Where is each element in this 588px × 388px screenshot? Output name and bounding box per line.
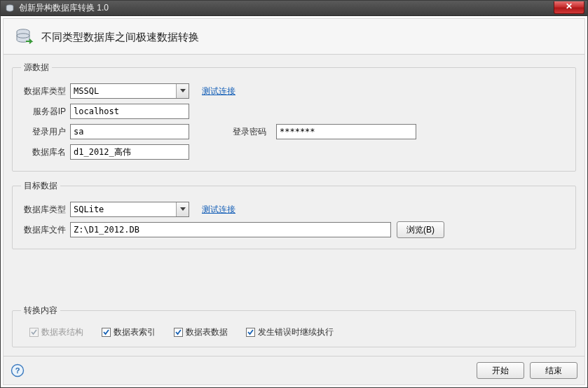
source-loginpwd-label: 登录密码: [233, 126, 272, 138]
opt-schema: 数据表结构: [29, 326, 83, 338]
source-loginpwd-input[interactable]: [276, 124, 416, 139]
source-loginuser-input[interactable]: [70, 124, 189, 139]
browse-button[interactable]: 浏览(B): [397, 221, 444, 238]
content-area: 不同类型数据库之间极速数据转换 源数据 数据库类型 MSSQL 测试连接 服务: [3, 18, 585, 385]
source-dbtype-value: MSSQL: [74, 86, 99, 96]
checkbox-icon: [102, 328, 111, 337]
target-legend: 目标数据: [21, 180, 60, 192]
app-icon: [5, 4, 15, 13]
source-loginuser-label: 登录用户: [21, 126, 66, 138]
target-dbtype-label: 数据库类型: [21, 204, 66, 216]
database-transfer-icon: [15, 27, 34, 47]
start-button[interactable]: 开始: [477, 362, 524, 379]
window-title: 创新异构数据库转换 1.0: [19, 2, 109, 14]
target-dbtype-combo[interactable]: SQLite: [70, 202, 189, 217]
help-button[interactable]: ?: [11, 363, 25, 377]
source-dbtype-combo[interactable]: MSSQL: [70, 83, 189, 99]
close-icon: ✕: [566, 1, 573, 11]
opt-data[interactable]: 数据表数据: [174, 326, 228, 338]
source-dbtype-label: 数据库类型: [21, 85, 66, 97]
target-fieldset: 目标数据 数据库类型 SQLite 测试连接 数据库文件 浏览(: [12, 180, 576, 249]
source-dbname-input[interactable]: [70, 144, 189, 160]
target-dbfile-label: 数据库文件: [21, 224, 66, 236]
page-title: 不同类型数据库之间极速数据转换: [41, 31, 199, 44]
target-dbfile-input[interactable]: [70, 222, 391, 237]
chevron-down-icon[interactable]: [176, 202, 189, 216]
titlebar[interactable]: 创新异构数据库转换 1.0 ✕: [1, 1, 587, 16]
checkbox-icon: [246, 328, 255, 337]
opt-continue-on-error[interactable]: 发生错误时继续执行: [246, 326, 334, 338]
end-button[interactable]: 结束: [530, 362, 577, 379]
target-test-link[interactable]: 测试连接: [202, 204, 235, 216]
source-serverip-input[interactable]: [70, 104, 189, 119]
form-body: 源数据 数据库类型 MSSQL 测试连接 服务器IP: [4, 55, 584, 356]
window-close-button[interactable]: ✕: [554, 1, 584, 14]
checkbox-icon: [174, 328, 183, 337]
source-legend: 源数据: [21, 62, 52, 74]
footer: ? 开始 结束: [4, 356, 584, 384]
opt-index[interactable]: 数据表索引: [102, 326, 156, 338]
checkbox-icon: [29, 328, 39, 337]
source-serverip-label: 服务器IP: [21, 106, 66, 118]
options-legend: 转换内容: [21, 305, 60, 317]
question-mark-icon: ?: [15, 366, 20, 375]
page-header: 不同类型数据库之间极速数据转换: [4, 19, 584, 55]
options-fieldset: 转换内容 数据表结构 数据表索引: [12, 305, 576, 347]
target-dbtype-value: SQLite: [74, 205, 104, 214]
app-window: 创新异构数据库转换 1.0 ✕ 不同类型数据库之间极速数据转换 源数据 数据库类…: [0, 0, 588, 388]
source-fieldset: 源数据 数据库类型 MSSQL 测试连接 服务器IP: [12, 62, 576, 172]
chevron-down-icon[interactable]: [176, 84, 189, 98]
source-test-link[interactable]: 测试连接: [202, 85, 235, 97]
source-dbname-label: 数据库名: [21, 146, 66, 158]
